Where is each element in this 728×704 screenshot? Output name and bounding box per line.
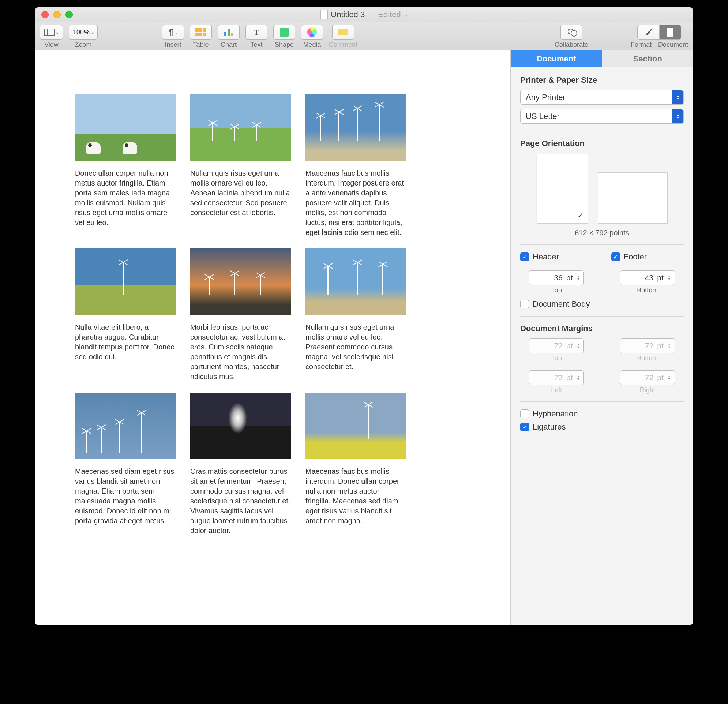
placed-image[interactable] xyxy=(190,249,291,315)
stepper-unit: pt xyxy=(566,273,573,282)
margin-top-stepper[interactable]: 72 pt ▲▼ xyxy=(529,338,584,353)
orientation-landscape[interactable] xyxy=(598,172,667,224)
pilcrow-icon: ¶ xyxy=(169,27,173,37)
placed-image[interactable] xyxy=(75,94,176,161)
media-button[interactable] xyxy=(301,25,323,39)
stepper-arrows-icon: ▲▼ xyxy=(575,373,582,383)
caption-text[interactable]: Cras mattis consectetur purus sit amet f… xyxy=(190,467,291,536)
footer-label: Footer xyxy=(624,252,647,262)
tab-section[interactable]: Section xyxy=(602,51,693,67)
footer-checkbox[interactable]: ✓ xyxy=(611,253,620,261)
margin-left-stepper[interactable]: 72 pt ▲▼ xyxy=(529,370,584,385)
chevron-down-icon: ⌵ xyxy=(56,30,59,35)
chart-icon xyxy=(224,28,233,36)
shape-button[interactable] xyxy=(273,25,295,39)
zoom-label: Zoom xyxy=(75,41,92,49)
select-arrows-icon: ▲▼ xyxy=(672,90,683,104)
header-checkbox[interactable]: ✓ xyxy=(520,253,529,261)
margin-bottom-stepper[interactable]: 72 pt ▲▼ xyxy=(620,338,675,353)
stepper-unit: pt xyxy=(657,273,664,282)
content-grid: Donec ullamcorper nulla non metus auctor… xyxy=(75,94,470,536)
stepper-arrows-icon: ▲▼ xyxy=(666,341,673,351)
text-icon: T xyxy=(254,27,259,37)
brush-icon xyxy=(644,28,653,36)
zoom-button[interactable]: 100% ⌵ xyxy=(69,25,98,39)
caption-text[interactable]: Nulla vitae elit libero, a pharetra augu… xyxy=(75,322,176,362)
placed-image[interactable] xyxy=(75,249,176,315)
header-top-stepper[interactable]: 36 pt ▲▼ xyxy=(529,270,584,285)
caption-text[interactable]: Maecenas faucibus mollis interdum. Integ… xyxy=(305,168,406,237)
text-button[interactable]: T xyxy=(246,25,267,39)
paper-size-select[interactable]: US Letter ▲▼ xyxy=(520,109,684,124)
stepper-value: 36 xyxy=(529,273,564,282)
printer-select[interactable]: Any Printer ▲▼ xyxy=(520,90,684,105)
caption-text[interactable]: Donec ullamcorper nulla non metus auctor… xyxy=(75,168,176,228)
ligatures-checkbox[interactable]: ✓ xyxy=(520,423,529,431)
grid-cell: Maecenas faucibus mollis interdum. Integ… xyxy=(305,94,406,237)
view-label: View xyxy=(44,41,59,49)
stepper-arrows-icon: ▲▼ xyxy=(575,341,582,351)
orientation-portrait[interactable]: ✓ xyxy=(537,154,588,224)
table-button[interactable] xyxy=(190,25,212,39)
hyphenation-label: Hyphenation xyxy=(533,409,578,419)
header-sub-label: Top xyxy=(551,286,562,294)
grid-cell: Maecenas sed diam eget risus varius blan… xyxy=(75,393,176,536)
media-label: Media xyxy=(303,41,321,49)
placed-image[interactable] xyxy=(305,94,406,161)
select-arrows-icon: ▲▼ xyxy=(672,109,683,123)
view-button[interactable]: ⌵ xyxy=(40,25,63,39)
document-title: Untitled 3 xyxy=(331,10,365,19)
tab-document[interactable]: Document xyxy=(511,51,602,67)
printer-value: Any Printer xyxy=(526,93,566,102)
shape-icon xyxy=(280,28,289,36)
placed-image[interactable] xyxy=(75,393,176,459)
document-label: Document xyxy=(658,41,688,49)
format-inspector-button[interactable] xyxy=(637,25,659,39)
ligatures-label: Ligatures xyxy=(533,422,566,432)
table-label: Table xyxy=(193,41,209,49)
stepper-arrows-icon: ▲▼ xyxy=(666,273,673,283)
divider xyxy=(520,401,684,402)
caption-text[interactable]: Morbi leo risus, porta ac consectetur ac… xyxy=(190,322,291,382)
footer-sub-label: Bottom xyxy=(637,286,658,294)
placed-image[interactable] xyxy=(305,249,406,315)
margin-right-stepper[interactable]: 72 pt ▲▼ xyxy=(620,370,675,385)
document-canvas[interactable]: Donec ullamcorper nulla non metus auctor… xyxy=(35,51,510,625)
caption-text[interactable]: Maecenas sed diam eget risus varius blan… xyxy=(75,467,176,526)
placed-image[interactable] xyxy=(190,94,291,161)
toolbar: ⌵ View 100% ⌵ Zoom ¶ ⌵ Insert Table xyxy=(35,22,693,51)
document-status: — Edited xyxy=(368,10,401,19)
insert-button[interactable]: ¶ ⌵ xyxy=(162,25,184,39)
grid-cell: Nullam quis risus eget urna mollis ornar… xyxy=(190,94,291,237)
caption-text[interactable]: Nullam quis risus eget urna mollis ornar… xyxy=(190,168,291,218)
hyphenation-checkbox[interactable] xyxy=(520,409,529,418)
document-inspector-button[interactable] xyxy=(659,25,681,39)
grid-cell: Nullam quis risus eget urna mollis ornar… xyxy=(305,249,406,382)
window-title[interactable]: Untitled 3 — Edited ⌵ xyxy=(35,10,693,19)
document-body-label: Document Body xyxy=(533,299,590,309)
stepper-value: 72 xyxy=(620,341,655,350)
text-label: Text xyxy=(251,41,263,49)
footer-bottom-stepper[interactable]: 43 pt ▲▼ xyxy=(620,270,675,285)
document-body-checkbox[interactable] xyxy=(520,300,529,308)
placed-image[interactable] xyxy=(190,393,291,459)
placed-image[interactable] xyxy=(305,393,406,459)
inspector-tabs: Document Section xyxy=(511,51,693,67)
page-dimensions: 612 × 792 points xyxy=(520,229,684,237)
stepper-value: 43 xyxy=(620,273,655,282)
caption-text[interactable]: Maecenas faucibus mollis interdum. Donec… xyxy=(305,467,406,526)
grid-cell: Nulla vitae elit libero, a pharetra augu… xyxy=(75,249,176,382)
chart-button[interactable] xyxy=(218,25,240,39)
divider xyxy=(520,244,684,245)
comment-button[interactable] xyxy=(332,25,354,39)
insert-label: Insert xyxy=(165,41,182,49)
format-label: Format xyxy=(631,41,651,49)
titlebar: Untitled 3 — Edited ⌵ xyxy=(35,7,693,22)
collaborate-button[interactable] xyxy=(560,25,582,39)
chevron-down-icon: ⌵ xyxy=(175,30,178,35)
app-window: Untitled 3 — Edited ⌵ ⌵ View 100% ⌵ Zoom… xyxy=(35,7,693,625)
grid-cell: Cras mattis consectetur purus sit amet f… xyxy=(190,393,291,536)
stepper-unit: pt xyxy=(657,373,664,382)
caption-text[interactable]: Nullam quis risus eget urna mollis ornar… xyxy=(305,322,406,372)
shape-label: Shape xyxy=(275,41,294,49)
